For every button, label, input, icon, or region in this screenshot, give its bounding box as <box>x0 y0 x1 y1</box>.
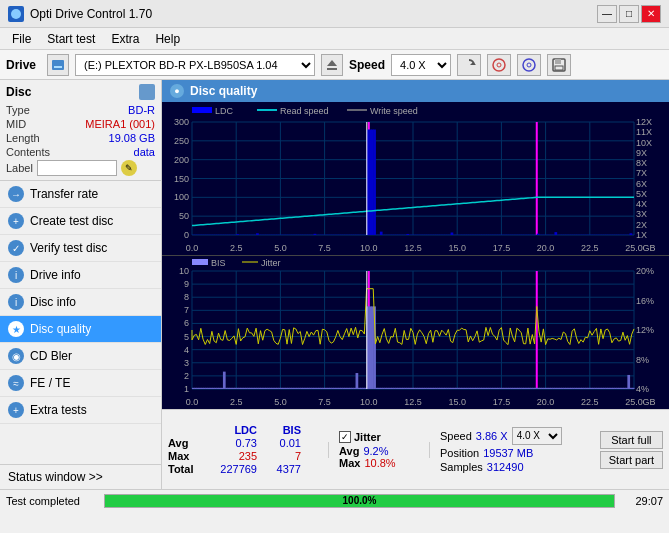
disc-length-value: 19.08 GB <box>109 132 155 144</box>
top-chart-canvas <box>162 102 669 255</box>
app-icon <box>8 6 24 22</box>
chart-header-icon: ● <box>170 84 184 98</box>
sidebar: Disc Type BD-R MID MEIRA1 (001) Length 1… <box>0 80 162 489</box>
status-window-btn[interactable]: Status window >> <box>0 464 161 489</box>
svg-rect-11 <box>555 59 561 64</box>
disc-section-label: Disc <box>6 85 31 99</box>
chart-bottom <box>162 256 669 409</box>
avg-bis: 0.01 <box>261 437 301 449</box>
jitter-section: ✓ Jitter Avg 9.2% Max 10.8% <box>339 431 419 469</box>
verify-test-disc-icon: ✓ <box>8 240 24 256</box>
speed-label-stat: Speed <box>440 430 472 442</box>
menubar: File Start test Extra Help <box>0 28 669 50</box>
max-bis: 7 <box>261 450 301 462</box>
disc-type-label: Type <box>6 104 30 116</box>
close-button[interactable]: ✕ <box>641 5 661 23</box>
avg-label: Avg <box>168 437 203 449</box>
sidebar-item-cd-bler[interactable]: ◉ CD Bler <box>0 343 161 370</box>
divider2 <box>429 442 430 458</box>
disc-label-label: Label <box>6 162 33 174</box>
menu-extra[interactable]: Extra <box>103 30 147 48</box>
progress-bar: 100.0% <box>104 494 615 508</box>
menu-file[interactable]: File <box>4 30 39 48</box>
disc-quality-icon: ★ <box>8 321 24 337</box>
sidebar-item-drive-info[interactable]: i Drive info <box>0 262 161 289</box>
create-test-disc-icon: + <box>8 213 24 229</box>
maximize-button[interactable]: □ <box>619 5 639 23</box>
max-label: Max <box>168 450 203 462</box>
drive-eject-btn[interactable] <box>321 54 343 76</box>
svg-rect-1 <box>52 60 64 70</box>
svg-rect-12 <box>555 66 563 70</box>
position-value: 19537 MB <box>483 447 533 459</box>
titlebar-title: Opti Drive Control 1.70 <box>30 7 152 21</box>
speed-select[interactable]: 4.0 X <box>391 54 451 76</box>
disc2-icon-btn[interactable] <box>517 54 541 76</box>
create-test-disc-label: Create test disc <box>30 214 113 228</box>
jitter-avg-label: Avg <box>339 445 359 457</box>
chart-area: ● Disc quality LDC BIS <box>162 80 669 489</box>
label-icon[interactable]: ✎ <box>121 160 137 176</box>
drive-info-icon: i <box>8 267 24 283</box>
svg-rect-2 <box>54 66 62 68</box>
status-window-label: Status window >> <box>8 470 103 484</box>
speed-select-stat[interactable]: 4.0 X <box>512 427 562 445</box>
disc-mid-value: MEIRA1 (001) <box>85 118 155 130</box>
titlebar: Opti Drive Control 1.70 — □ ✕ <box>0 0 669 28</box>
chart-title: Disc quality <box>190 84 257 98</box>
sidebar-item-create-test-disc[interactable]: + Create test disc <box>0 208 161 235</box>
sidebar-item-disc-info[interactable]: i Disc info <box>0 289 161 316</box>
disc-type-value: BD-R <box>128 104 155 116</box>
disc-info-icon: i <box>8 294 24 310</box>
sidebar-item-extra-tests[interactable]: + Extra tests <box>0 397 161 424</box>
start-full-btn[interactable]: Start full <box>600 431 663 449</box>
jitter-checkbox[interactable]: ✓ <box>339 431 351 443</box>
fe-te-label: FE / TE <box>30 376 70 390</box>
total-bis: 4377 <box>261 463 301 475</box>
samples-label: Samples <box>440 461 483 473</box>
svg-point-6 <box>493 59 505 71</box>
disc-mid-row: MID MEIRA1 (001) <box>6 118 155 130</box>
drive-select[interactable]: (E:) PLEXTOR BD-R PX-LB950SA 1.04 <box>75 54 315 76</box>
disc-header: Disc <box>6 84 155 100</box>
extra-tests-icon: + <box>8 402 24 418</box>
minimize-button[interactable]: — <box>597 5 617 23</box>
svg-point-9 <box>527 63 531 67</box>
start-buttons: Start full Start part <box>600 431 663 469</box>
jitter-max-label: Max <box>339 457 360 469</box>
cd-bler-icon: ◉ <box>8 348 24 364</box>
disc-icon-btn[interactable] <box>487 54 511 76</box>
extra-tests-label: Extra tests <box>30 403 87 417</box>
disc-panel: Disc Type BD-R MID MEIRA1 (001) Length 1… <box>0 80 161 181</box>
disc-label-row: Label ✎ <box>6 160 155 176</box>
jitter-max-val: 10.8% <box>364 457 395 469</box>
menu-help[interactable]: Help <box>147 30 188 48</box>
disc-contents-row: Contents data <box>6 146 155 158</box>
speed-value-stat: 3.86 X <box>476 430 508 442</box>
disc-contents-label: Contents <box>6 146 50 158</box>
verify-test-disc-label: Verify test disc <box>30 241 107 255</box>
disc-type-row: Type BD-R <box>6 104 155 116</box>
sidebar-item-verify-test-disc[interactable]: ✓ Verify test disc <box>0 235 161 262</box>
total-ldc: 227769 <box>207 463 257 475</box>
disc-length-label: Length <box>6 132 40 144</box>
disc-info-label: Disc info <box>30 295 76 309</box>
drivebar: Drive (E:) PLEXTOR BD-R PX-LB950SA 1.04 … <box>0 50 669 80</box>
stats-bis-header: BIS <box>261 424 301 436</box>
sidebar-item-fe-te[interactable]: ≈ FE / TE <box>0 370 161 397</box>
sidebar-item-transfer-rate[interactable]: → Transfer rate <box>0 181 161 208</box>
save-btn[interactable] <box>547 54 571 76</box>
progress-text: 100.0% <box>105 495 614 507</box>
svg-marker-5 <box>470 62 476 65</box>
time-text: 29:07 <box>623 495 663 507</box>
refresh-btn[interactable] <box>457 54 481 76</box>
disc-label-input[interactable] <box>37 160 117 176</box>
samples-value: 312490 <box>487 461 524 473</box>
drive-icon-btn[interactable] <box>47 54 69 76</box>
disc-refresh-icon[interactable] <box>139 84 155 100</box>
sidebar-item-disc-quality[interactable]: ★ Disc quality <box>0 316 161 343</box>
menu-start-test[interactable]: Start test <box>39 30 103 48</box>
start-part-btn[interactable]: Start part <box>600 451 663 469</box>
stats-ldc-header: LDC <box>207 424 257 436</box>
svg-rect-4 <box>327 68 337 70</box>
